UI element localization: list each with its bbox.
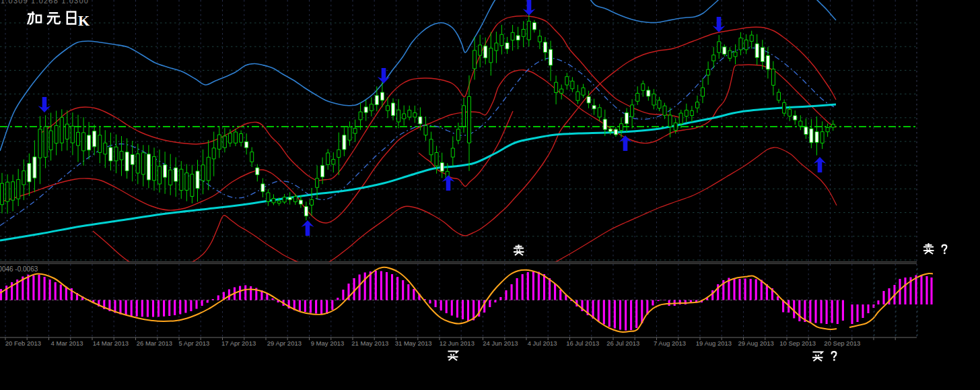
svg-text:K: K [78, 12, 90, 29]
svg-text:1.0309 1.0268 1.0300: 1.0309 1.0268 1.0300 [1, 0, 89, 5]
svg-text:24 Jun 2013: 24 Jun 2013 [483, 339, 518, 347]
svg-text:31 May 2013: 31 May 2013 [395, 339, 432, 347]
svg-text:4 Mar 2013: 4 Mar 2013 [51, 339, 83, 347]
svg-text:20 Feb 2013: 20 Feb 2013 [5, 339, 41, 347]
svg-text:20 Sep 2013: 20 Sep 2013 [824, 339, 860, 347]
svg-text:26 Jul 2013: 26 Jul 2013 [606, 339, 639, 347]
svg-text:5 Apr 2013: 5 Apr 2013 [178, 339, 209, 347]
svg-text:21 May 2013: 21 May 2013 [351, 339, 388, 347]
svg-text:16 Jul 2013: 16 Jul 2013 [566, 339, 599, 347]
svg-text:26 Mar 2013: 26 Mar 2013 [137, 339, 172, 347]
svg-text:17 Apr 2013: 17 Apr 2013 [221, 339, 256, 347]
svg-text:14 Mar 2013: 14 Mar 2013 [93, 339, 129, 347]
svg-text:12 Jun 2013: 12 Jun 2013 [440, 339, 475, 347]
svg-text:7 Aug 2013: 7 Aug 2013 [654, 339, 686, 347]
svg-text:4 Jul 2013: 4 Jul 2013 [528, 339, 557, 347]
svg-text:10 Sep 2013: 10 Sep 2013 [779, 339, 816, 347]
svg-text:19 Aug 2013: 19 Aug 2013 [696, 339, 732, 347]
svg-text:29 Apr 2013: 29 Apr 2013 [267, 339, 302, 347]
svg-text:9 May 2013: 9 May 2013 [311, 339, 345, 347]
svg-text:0.0046 -0.0063: 0.0046 -0.0063 [0, 265, 38, 273]
svg-text:29 Aug 2013: 29 Aug 2013 [738, 339, 774, 347]
